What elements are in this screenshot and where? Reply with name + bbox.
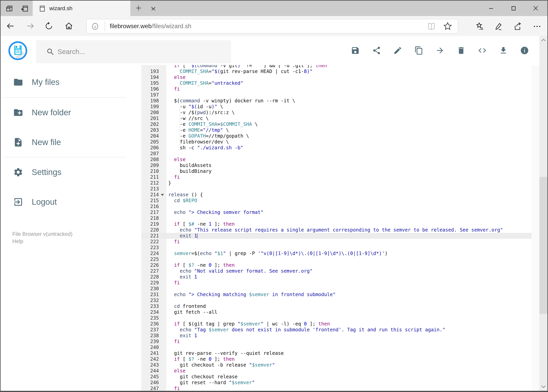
code-line[interactable]: -e HOME="//tmp" \: [166, 127, 229, 133]
code-line[interactable]: fi: [166, 385, 180, 391]
code-line[interactable]: git reset --hard "$semver": [166, 380, 255, 385]
sidebar-item-logout[interactable]: Logout: [0, 191, 141, 213]
help-link[interactable]: Help: [12, 238, 23, 245]
line-number[interactable]: 212: [141, 180, 159, 186]
window-maximize-button[interactable]: [506, 2, 521, 14]
fold-marker-icon[interactable]: [161, 194, 164, 196]
scrollbar-thumb[interactable]: [539, 177, 548, 314]
code-line[interactable]: git checkout release: [166, 374, 237, 380]
line-number[interactable]: 237: [141, 327, 159, 333]
line-number[interactable]: 244: [141, 368, 159, 374]
line-number[interactable]: 206: [141, 145, 159, 151]
copy-button[interactable]: [412, 44, 426, 57]
url-text[interactable]: filebrowser.web/files/wizard.sh: [110, 19, 191, 33]
browser-tab-wizard-sh[interactable]: wizard.sh: [33, 0, 130, 16]
line-number[interactable]: 225: [141, 256, 159, 262]
home-button[interactable]: [63, 20, 75, 32]
scrollbar-up-button[interactable]: [539, 36, 548, 45]
line-number[interactable]: 243: [141, 362, 159, 368]
line-number[interactable]: 218: [141, 215, 159, 221]
search-input[interactable]: Search...: [36, 40, 231, 63]
code-line[interactable]: -e GOPATH=//tmp/gopath \: [166, 133, 249, 139]
code-line[interactable]: COMMIT_SHA="untracked": [166, 80, 243, 86]
line-number[interactable]: 224: [141, 251, 159, 256]
line-number[interactable]: 207: [141, 151, 159, 157]
code-line[interactable]: if [ $? -ne 0 ]; then: [166, 356, 235, 362]
info-button[interactable]: [518, 44, 531, 57]
code-line[interactable]: $(command -v winpty) docker run --rm -it…: [166, 98, 295, 104]
line-number[interactable]: 247: [141, 385, 159, 391]
line-number[interactable]: 241: [141, 350, 159, 356]
line-number[interactable]: 230: [141, 286, 159, 292]
new-tab-button[interactable]: [134, 4, 143, 13]
line-number[interactable]: 214: [141, 192, 159, 198]
line-number[interactable]: 203: [141, 127, 159, 133]
line-number[interactable]: 235: [141, 315, 159, 321]
code-line[interactable]: exit 1: [166, 233, 197, 239]
line-number[interactable]: 231: [141, 292, 159, 297]
line-number[interactable]: 210: [141, 168, 159, 174]
code-editor[interactable]: 1931941951961971981992002012022032042052…: [141, 65, 539, 391]
code-line[interactable]: buildBinary: [166, 168, 211, 174]
code-line[interactable]: else: [166, 74, 186, 80]
line-number[interactable]: 204: [141, 133, 159, 139]
line-number[interactable]: 213: [141, 186, 159, 192]
scrollbar-down-button[interactable]: [539, 382, 548, 391]
code-line[interactable]: [166, 297, 168, 303]
code-line[interactable]: [166, 344, 168, 350]
line-number[interactable]: 194: [141, 74, 159, 80]
filebrowser-logo[interactable]: [8, 41, 27, 60]
refresh-button[interactable]: [43, 20, 55, 32]
set-aside-tabs-button[interactable]: [20, 4, 29, 13]
sidebar-item-new-file[interactable]: New file: [0, 132, 141, 153]
editor-scrollbar-track[interactable]: [532, 65, 539, 391]
line-number[interactable]: 246: [141, 380, 159, 385]
code-line[interactable]: exit 1: [166, 274, 197, 280]
code-line[interactable]: git rev-parse --verify --quiet release: [166, 350, 284, 356]
forward-button[interactable]: [24, 20, 36, 32]
line-number[interactable]: 238: [141, 333, 159, 339]
code-line[interactable]: cd $REPO: [166, 198, 197, 203]
page-scrollbar[interactable]: [539, 36, 548, 391]
line-number[interactable]: 234: [141, 309, 159, 315]
code-line[interactable]: echo "Not valid semver format. See semve…: [166, 268, 313, 274]
line-number[interactable]: 232: [141, 297, 159, 303]
code-line[interactable]: fi: [166, 174, 180, 180]
code-line[interactable]: buildAssets: [166, 162, 211, 168]
line-number[interactable]: 239: [141, 339, 159, 344]
code-line[interactable]: [166, 186, 168, 192]
line-number[interactable]: 245: [141, 374, 159, 380]
line-number[interactable]: 242: [141, 356, 159, 362]
line-number[interactable]: 205: [141, 139, 159, 145]
code-line[interactable]: echo "> Checking matching $semver in fro…: [166, 292, 336, 297]
code-line[interactable]: semver=$(echo "$1" | grep -P '^v(0|[1-9]…: [166, 251, 388, 256]
code-line[interactable]: exit 1: [166, 333, 197, 339]
code-line[interactable]: git fetch --all: [166, 309, 217, 315]
line-number[interactable]: 228: [141, 274, 159, 280]
line-number[interactable]: 229: [141, 280, 159, 286]
code-line[interactable]: fi: [166, 280, 180, 286]
code-line[interactable]: [166, 215, 168, 221]
download-button[interactable]: [497, 44, 510, 57]
line-number[interactable]: 236: [141, 321, 159, 327]
code-line[interactable]: filebrowser/dev \: [166, 139, 229, 145]
line-number[interactable]: 195: [141, 80, 159, 86]
code-line[interactable]: if [ $(git tag | grep "$semver" | wc -l)…: [166, 321, 330, 327]
line-number[interactable]: 233: [141, 303, 159, 309]
back-button[interactable]: [5, 20, 16, 32]
move-button[interactable]: [433, 44, 447, 57]
sidebar-item-new-folder[interactable]: New folder: [0, 102, 141, 123]
code-line[interactable]: -w //src \: [166, 115, 209, 121]
code-line[interactable]: echo "This release script requires a sin…: [166, 227, 503, 233]
delete-button[interactable]: [454, 44, 468, 57]
code-line[interactable]: [166, 315, 168, 321]
line-number[interactable]: 208: [141, 157, 159, 162]
line-number[interactable]: 219: [141, 221, 159, 227]
more-options-button[interactable]: [531, 20, 543, 33]
code-line[interactable]: echo "> Checking semver format": [166, 210, 264, 215]
line-number[interactable]: 217: [141, 210, 159, 215]
code-line[interactable]: COMMIT_SHA="$(git rev-parse HEAD | cut -…: [166, 69, 313, 74]
sidebar-item-my-files[interactable]: My files: [0, 71, 141, 93]
code-line[interactable]: if [ "$(command -v git)" != "" ] && [ -d…: [166, 65, 327, 69]
share-button[interactable]: [511, 20, 524, 33]
